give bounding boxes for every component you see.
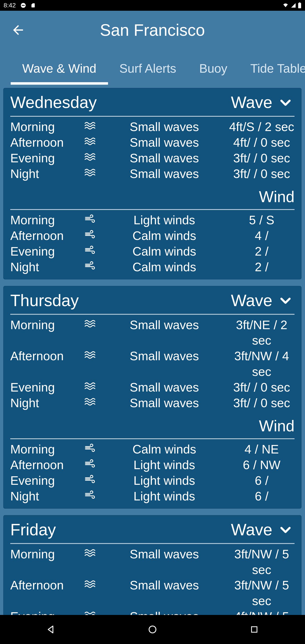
value-text: 3ft/NW / 4 sec [229,348,294,380]
value-text: 4 / [229,228,294,244]
value-text: 3ft/ / 0 sec [229,395,294,411]
nav-home-button[interactable] [146,623,159,636]
wave-icon [81,119,100,130]
condition-text: Light winds [100,212,229,228]
wind-icon [81,473,100,484]
forecast-row: MorningSmall waves3ft/NW / 5 sec [4,546,301,578]
condition-text: Light winds [100,473,229,488]
value-text: 3ft/NW / 5 sec [229,578,294,609]
period-label: Afternoon [10,228,81,244]
metric-dropdown-label: Wave [231,291,272,310]
day-header[interactable]: WednesdayWave [4,88,301,113]
tab-tide-table[interactable]: Tide Table [239,62,305,85]
forecast-row: EveningLight winds6 / [4,473,301,488]
day-header[interactable]: FridayWave [4,516,301,541]
page-title: San Francisco [8,21,297,39]
tab-wave-wind[interactable]: Wave & Wind [11,62,108,85]
sd-card-icon [31,2,36,8]
condition-text: Small waves [100,317,229,333]
forecast-row: AfternoonSmall waves3ft/NW / 4 sec [4,348,301,380]
value-text: 2 / [229,259,294,275]
period-label: Morning [10,317,81,333]
wind-section-title: Wind [4,186,301,207]
app-bar: San Francisco [0,11,305,50]
wave-icon [81,348,100,359]
svg-rect-5 [251,627,257,632]
wind-section: MorningLight winds5 / SAfternoonCalm win… [4,212,301,279]
value-text: 4ft/S / 2 sec [229,119,294,135]
period-label: Morning [10,546,81,562]
condition-text: Light winds [100,457,229,473]
day-name: Thursday [10,291,79,310]
svg-point-4 [149,626,156,633]
forecast-row: AfternoonCalm winds4 / [4,228,301,244]
period-label: Morning [10,442,81,457]
wind-icon [81,212,100,223]
forecast-row: EveningCalm winds2 / [4,244,301,260]
forecast-row: EveningSmall waves3ft/ / 0 sec [4,380,301,395]
app-root: San Francisco Wave & Wind Surf Alerts Bu… [0,11,305,644]
chevron-down-icon [276,292,294,310]
svg-rect-3 [299,2,300,3]
forecast-row: AfternoonSmall waves4ft/ / 0 sec [4,135,301,150]
wind-icon [81,244,100,254]
value-text: 3ft/ / 0 sec [229,166,294,182]
period-label: Morning [10,212,81,228]
wave-icon [81,380,100,390]
status-bar: 8:42 [0,0,305,11]
tab-surf-alerts[interactable]: Surf Alerts [108,62,188,85]
value-text: 6 / [229,488,294,504]
tab-buoy[interactable]: Buoy [188,62,239,85]
nav-recent-button[interactable] [248,623,261,636]
period-label: Evening [10,150,81,166]
wind-icon [81,457,100,468]
metric-dropdown-label: Wave [231,93,272,112]
condition-text: Calm winds [100,442,229,457]
period-label: Morning [10,119,81,135]
wind-section-title: Wind [4,415,301,436]
value-text: 3ft/NW / 5 sec [229,546,294,578]
forecast-row: NightLight winds6 / [4,488,301,504]
condition-text: Small waves [100,119,229,135]
value-text: 4 / NE [229,442,294,457]
nav-back-button[interactable] [44,623,58,636]
wave-icon [81,166,100,177]
wind-section: MorningCalm winds4 / NEAfternoonLight wi… [4,442,301,508]
value-text: 3ft/NE / 2 sec [229,317,294,348]
value-text: 6 / NW [229,457,294,473]
wave-icon [81,317,100,328]
condition-text: Small waves [100,166,229,182]
wind-icon [81,228,100,239]
forecast-row: MorningSmall waves3ft/NE / 2 sec [4,317,301,348]
divider [10,314,294,315]
wifi-icon [282,3,289,8]
wave-section: MorningSmall waves4ft/S / 2 secAfternoon… [4,119,301,186]
period-label: Evening [10,473,81,488]
condition-text: Small waves [100,546,229,562]
chevron-down-icon [276,94,294,112]
value-text: 2 / [229,244,294,260]
condition-text: Calm winds [100,228,229,244]
condition-text: Light winds [100,488,229,504]
period-label: Afternoon [10,578,81,593]
period-label: Afternoon [10,135,81,150]
divider [10,438,294,439]
condition-text: Small waves [100,380,229,395]
forecast-list: WednesdayWaveMorningSmall waves4ft/S / 2… [0,85,305,644]
condition-text: Small waves [100,150,229,166]
battery-icon [298,2,302,8]
day-card: ThursdayWaveMorningSmall waves3ft/NE / 2… [3,286,302,509]
wave-icon [81,578,100,588]
wave-icon [81,150,100,161]
forecast-row: AfternoonLight winds6 / NW [4,457,301,473]
period-label: Night [10,488,81,504]
metric-dropdown-label: Wave [231,520,272,539]
value-text: 4ft/ / 0 sec [229,135,294,150]
period-label: Night [10,166,81,182]
forecast-row: MorningCalm winds4 / NE [4,442,301,457]
value-text: 3ft/ / 0 sec [229,150,294,166]
condition-text: Calm winds [100,244,229,260]
condition-text: Small waves [100,135,229,150]
day-header[interactable]: ThursdayWave [4,286,301,312]
day-name: Friday [10,520,56,539]
